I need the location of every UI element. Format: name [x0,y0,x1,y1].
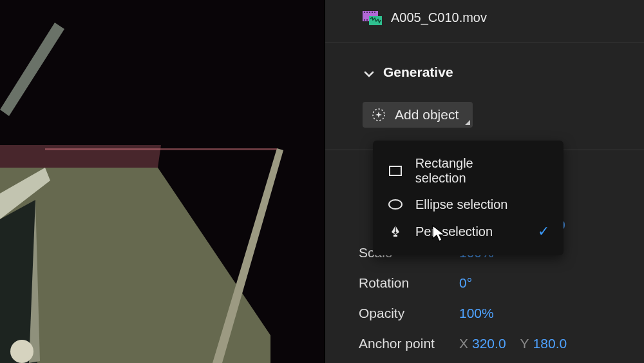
add-object-button[interactable]: Add object [363,102,473,128]
selection-tool-popover: Rectangle selection ✓ Ellipse selection … [373,141,564,255]
svg-rect-13 [369,12,370,13]
section-title: Generative [383,64,453,80]
svg-point-24 [389,200,402,209]
property-label: Rotation [359,275,459,291]
rectangle-icon [387,163,404,179]
svg-point-8 [10,340,33,363]
menu-item-label: Ellipse selection [415,197,507,212]
video-clip-icon [363,11,382,25]
svg-rect-14 [372,12,373,13]
opacity-value[interactable]: 100% [459,306,494,321]
check-icon: ✓ [538,223,549,240]
property-rotation: Rotation 0° [359,275,629,291]
menu-item-label: Rectangle selection [415,156,526,186]
svg-rect-23 [390,166,401,175]
preview-pane [0,0,324,363]
svg-rect-16 [364,19,365,21]
anchor-y-value[interactable]: 180.0 [533,336,567,351]
svg-rect-12 [366,12,368,13]
ellipse-icon [387,197,404,212]
menu-item-label: Pen selection [415,224,493,239]
axis-label-x: X [459,336,468,351]
generative-sparkle-icon [372,108,386,122]
property-opacity: Opacity 100% [359,306,629,321]
svg-rect-11 [364,12,365,13]
svg-rect-27 [393,235,397,237]
clip-filename: A005_C010.mov [391,10,487,25]
property-anchor-point: Anchor point X320.0 Y180.0 [359,336,629,351]
svg-point-26 [394,231,397,234]
section-generative-header[interactable]: Generative [364,64,453,80]
anchor-x-value[interactable]: 320.0 [472,336,506,351]
svg-rect-17 [366,19,368,21]
svg-rect-15 [374,12,375,13]
properties-panel: A005_C010.mov Generative Add object 0 Re… [325,0,644,363]
rotation-value[interactable]: 0° [459,275,472,291]
menu-item-ellipse-selection[interactable]: Ellipse selection ✓ [373,191,564,218]
property-label: Opacity [359,306,459,321]
menu-item-pen-selection[interactable]: Pen selection ✓ [373,218,564,245]
clip-header[interactable]: A005_C010.mov [363,10,487,25]
property-label: Anchor point [359,336,459,351]
chevron-down-icon [364,67,374,77]
preview-thumbnail [0,0,324,363]
dropdown-indicator-icon [465,120,470,125]
add-object-label: Add object [395,107,459,123]
svg-rect-9 [45,148,277,150]
menu-item-rectangle-selection[interactable]: Rectangle selection ✓ [373,151,564,191]
pen-icon [387,224,404,239]
separator [325,43,644,43]
axis-label-y: Y [520,336,529,351]
